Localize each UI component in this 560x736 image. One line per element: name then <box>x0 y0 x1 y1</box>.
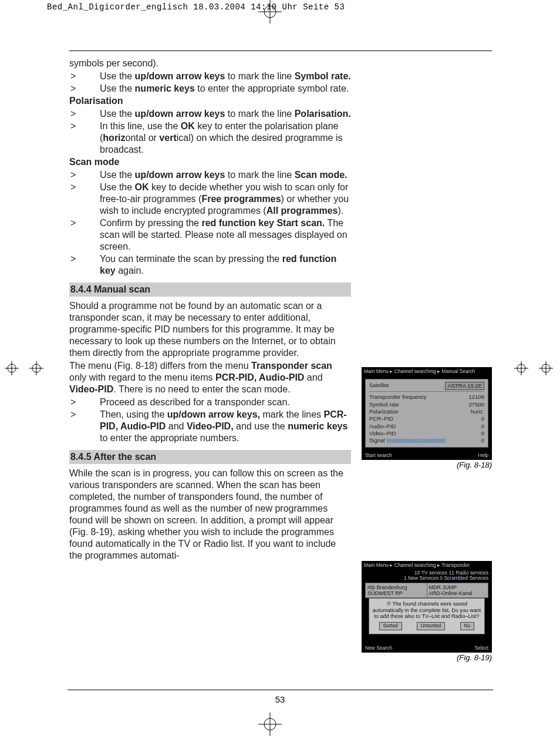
fig18-row: Polarizationhoriz. <box>369 408 484 415</box>
list-item: >Use the OK key to decide whether you wi… <box>69 182 351 217</box>
bullet-mark: > <box>69 108 100 120</box>
fig18-row-label: PCR–PID <box>369 415 393 422</box>
fig19-caption: (Fig. 8-19) <box>362 653 492 662</box>
fig18-row-label: Satellite <box>369 382 389 390</box>
top-rule <box>69 51 492 51</box>
fig18-row: Signal0 <box>369 437 484 444</box>
bullet-mark: > <box>69 182 100 217</box>
figure-8-19: Main Menu ▸ Channel searching ▸ Transpon… <box>362 561 492 662</box>
bullet-text: Proceed as described for a transponder s… <box>100 396 351 408</box>
fig19-list-item: rbb Brandenburg <box>367 584 425 590</box>
bullets-844: >Proceed as described for a transponder … <box>69 396 351 444</box>
bullet-mark: > <box>69 120 100 156</box>
list-item: >Use the numeric keys to enter the appro… <box>69 83 351 95</box>
fig18-row-label: Audio–PID <box>369 423 396 430</box>
fig19-unsorted-button: Unsorted <box>417 622 446 630</box>
bullet-text: You can terminate the scan by pressing t… <box>100 253 351 277</box>
fig18-row-label: Video–PID <box>369 430 396 437</box>
bullet-text: Use the OK key to decide whether you wis… <box>100 182 351 217</box>
bullet-text: Use the up/down arrow keys to mark the l… <box>100 70 351 82</box>
fig18-help: Help <box>478 452 488 458</box>
registration-mark-right-inner <box>514 361 528 375</box>
fig18-row-value: 0 <box>481 437 484 444</box>
registration-mark-right-outer <box>539 361 553 375</box>
fig18-row-label: Transponder frequency <box>369 394 427 401</box>
para-844a: Should a programme not be found by an au… <box>69 300 351 359</box>
fig19-stats: 15 TV services 11 Radio services 1 New S… <box>362 569 492 582</box>
fig19-list-item: SÜDWEST RP <box>367 590 425 596</box>
symbolrate-bullets: >Use the up/down arrow keys to mark the … <box>69 70 351 95</box>
bullet-mark: > <box>69 396 100 408</box>
bullet-mark: > <box>69 169 100 181</box>
fig18-row-label: Symbol rate <box>369 401 399 408</box>
page-number: 53 <box>0 694 560 704</box>
registration-mark-bottom <box>258 713 282 736</box>
bullet-mark: > <box>69 409 100 444</box>
fig18-row: PCR–PID0 <box>369 415 484 422</box>
bullet-text: Then, using the up/down arrow keys, mark… <box>100 409 351 444</box>
fig18-row-value: 12109 <box>469 394 484 401</box>
para-844b: The menu (Fig. 8-18) differs from the me… <box>69 360 351 395</box>
list-item: >Use the up/down arrow keys to mark the … <box>69 169 351 181</box>
fig18-row: SatelliteASTRA 19.2E <box>369 382 484 392</box>
fig19-list-item: MDR JUMP <box>429 584 487 590</box>
registration-mark-left-inner <box>29 361 43 375</box>
fig18-breadcrumb: Main Menu ▸ Channel searching ▸ Manual S… <box>362 367 492 375</box>
list-item: >In this line, use the OK key to enter t… <box>69 120 351 156</box>
fig18-row-value: horiz. <box>471 408 484 415</box>
bottom-rule <box>68 690 493 690</box>
fig19-no-button: No <box>460 622 475 630</box>
fig19-button-row: SortedUnsortedNo <box>372 622 482 630</box>
registration-mark-top <box>258 0 282 23</box>
bullet-mark: > <box>69 217 100 253</box>
intro-fragment: symbols per second). <box>69 58 351 69</box>
fig18-row-value: 0 <box>481 423 484 430</box>
list-item: >Use the up/down arrow keys to mark the … <box>69 70 351 82</box>
list-item: >Then, using the up/down arrow keys, mar… <box>69 409 351 444</box>
fig18-row-label: Signal <box>369 437 446 444</box>
bullet-text: In this line, use the OK key to enter th… <box>100 120 351 156</box>
fig19-list-item: ARD-Online-Kanal <box>429 590 487 596</box>
heading-polarisation: Polarisation <box>69 95 351 107</box>
bullet-text: Confirm by pressing the red function key… <box>100 217 351 253</box>
polarisation-bullets: >Use the up/down arrow keys to mark the … <box>69 108 351 156</box>
scanmode-bullets: >Use the up/down arrow keys to mark the … <box>69 169 351 277</box>
list-item: >Confirm by pressing the red function ke… <box>69 217 351 253</box>
fig19-lists: rbb BrandenburgSÜDWEST RP MDR JUMPARD-On… <box>365 583 488 599</box>
fig18-row-label: Polarization <box>369 408 399 415</box>
fig18-row: Transponder frequency12109 <box>369 394 484 401</box>
fig18-start-search: Start search <box>365 452 392 458</box>
fig19-select: Select <box>474 645 488 651</box>
signal-bar-icon <box>387 439 446 443</box>
list-item: >You can terminate the scan by pressing … <box>69 253 351 277</box>
fig18-row: Symbol rate27500 <box>369 401 484 408</box>
fig19-new-search: New Search <box>365 645 392 651</box>
bullet-mark: > <box>69 83 100 95</box>
fig18-row-value: 0 <box>481 415 484 422</box>
section-844-heading: 8.4.4 Manual scan <box>69 283 351 297</box>
bullet-mark: > <box>69 253 100 277</box>
fig18-row-value: ASTRA 19.2E <box>445 382 484 390</box>
fig19-left-list: rbb BrandenburgSÜDWEST RP <box>366 583 427 598</box>
figure-8-18: Main Menu ▸ Channel searching ▸ Manual S… <box>362 367 492 469</box>
section-845-heading: 8.4.5 After the scan <box>69 450 351 464</box>
list-item: >Use the up/down arrow keys to mark the … <box>69 108 351 120</box>
fig18-panel: SatelliteASTRA 19.2ETransponder frequenc… <box>365 379 488 448</box>
heading-scanmode: Scan mode <box>69 156 351 168</box>
fig19-dialog-text: ⑦ The found channels were saved automati… <box>372 601 482 619</box>
fig18-row: Audio–PID0 <box>369 423 484 430</box>
fig18-row-value: 0 <box>481 430 484 437</box>
bullet-text: Use the up/down arrow keys to mark the l… <box>100 108 351 120</box>
fig19-dialog: ⑦ The found channels were saved automati… <box>369 598 485 634</box>
fig19-right-list: MDR JUMPARD-Online-Kanal <box>427 583 488 598</box>
list-item: >Proceed as described for a transponder … <box>69 396 351 408</box>
bullet-mark: > <box>69 70 100 82</box>
fig18-row-value: 27500 <box>469 401 484 408</box>
fig18-row: Video–PID0 <box>369 430 484 437</box>
main-text-column: symbols per second). >Use the up/down ar… <box>69 58 351 562</box>
bullet-text: Use the up/down arrow keys to mark the l… <box>100 169 351 181</box>
fig19-stats-line2: 1 New Services 0 Scrambled Services <box>365 576 488 581</box>
bullet-text: Use the numeric keys to enter the approp… <box>100 83 351 95</box>
fig19-breadcrumb: Main Menu ▸ Channel searching ▸ Transpon… <box>362 561 492 569</box>
fig18-caption: (Fig. 8-18) <box>362 461 492 469</box>
